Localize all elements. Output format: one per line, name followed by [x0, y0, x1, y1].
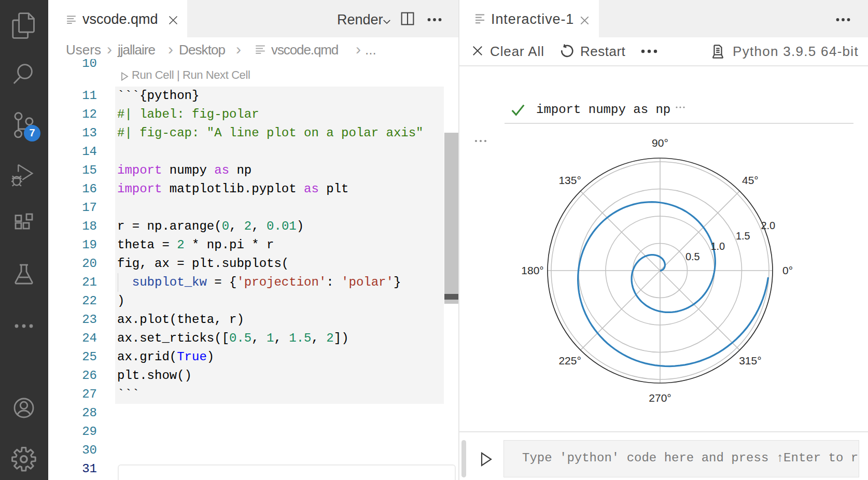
svg-text:180°: 180° [521, 264, 543, 276]
svg-text:225°: 225° [558, 355, 581, 366]
svg-text:135°: 135° [558, 174, 581, 186]
svg-text:270°: 270° [649, 392, 671, 404]
svg-text:90°: 90° [652, 137, 668, 149]
svg-text:1.0: 1.0 [710, 241, 725, 252]
svg-text:2.0: 2.0 [761, 220, 775, 231]
svg-text:315°: 315° [739, 355, 761, 366]
svg-text:0°: 0° [782, 264, 793, 276]
svg-text:45°: 45° [742, 174, 759, 186]
svg-text:0.5: 0.5 [685, 251, 700, 262]
svg-text:1.5: 1.5 [736, 230, 750, 242]
